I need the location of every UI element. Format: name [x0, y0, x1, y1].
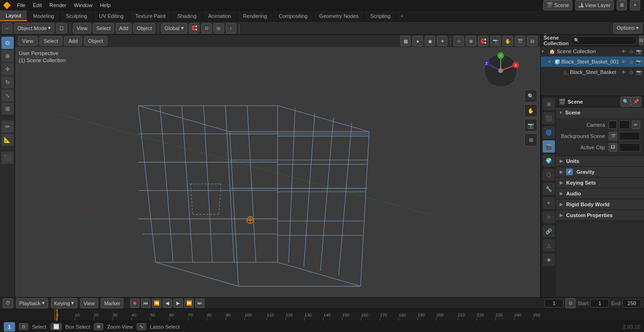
gizmo-btn[interactable]: ⊕ [466, 36, 476, 46]
camera-color-swatch[interactable] [609, 121, 617, 129]
zoom-in-btn[interactable]: 🔍 [524, 89, 537, 103]
outliner-scene-collection[interactable]: ▾ 🏠 Scene Collection 👁 ⊙ 📷 [541, 46, 644, 57]
props-tab-physics[interactable]: ⚛ [543, 211, 555, 223]
timeline-view-menu-btn[interactable]: View [80, 298, 98, 308]
measure-tool-btn[interactable]: 📐 [1, 134, 14, 146]
props-tab-modifier[interactable]: 🔧 [543, 183, 555, 195]
annotate-tool-btn[interactable]: ✏ [1, 121, 14, 133]
view-layer-selector[interactable]: 🏞 View Layer [575, 0, 614, 10]
box-select-key[interactable]: ⬜ [50, 323, 62, 330]
basket-select-icon[interactable]: ⊙ [628, 69, 635, 75]
move-tool-btn[interactable]: ✛ [1, 63, 14, 75]
units-section-header[interactable]: ▶ Units [556, 156, 644, 166]
rigid-body-section-header[interactable]: ▶ Rigid Body World [556, 199, 644, 210]
object-mode-selector[interactable]: Object Mode ▾ [14, 23, 54, 33]
hand-btn[interactable]: ✋ [503, 36, 513, 46]
audio-section-header[interactable]: ▶ Audio [556, 188, 644, 199]
props-tab-material[interactable]: ◆ [543, 253, 555, 266]
camera-view-btn[interactable]: 📷 [490, 36, 501, 46]
tab-geometry-nodes[interactable]: Geometry Nodes [314, 10, 364, 21]
start-frame-input[interactable]: 1 [590, 299, 609, 308]
menu-window[interactable]: Window [70, 0, 96, 10]
props-tab-output[interactable]: ⬛ [543, 112, 555, 124]
transform-tool-btn[interactable]: ⊞ [1, 103, 14, 115]
props-tab-view[interactable]: 🌀 [543, 126, 555, 138]
tab-add-btn[interactable]: + [396, 12, 407, 20]
timeline-ruler[interactable]: 0 10 20 30 40 50 60 70 80 90 1 [0, 309, 644, 321]
background-scene-icon-btn[interactable]: 🎬 [609, 132, 617, 140]
props-tab-world[interactable]: 🌍 [543, 154, 555, 167]
outliner-render-icon[interactable]: 📷 [636, 48, 642, 55]
zoom-key[interactable]: ⊕ [94, 323, 103, 330]
background-scene-value[interactable] [619, 132, 640, 140]
viewport-object-btn[interactable]: Object [84, 36, 107, 46]
props-tab-particles[interactable]: ✦ [543, 197, 555, 209]
basket-render-icon[interactable]: 📷 [636, 69, 642, 75]
tab-rendering[interactable]: Rendering [237, 10, 273, 21]
viewport-shading-btn[interactable]: ◻ [56, 23, 67, 33]
jump-to-keyframe-btn[interactable]: ⊙ [565, 298, 576, 308]
tab-modeling[interactable]: Modeling [27, 10, 60, 21]
select-tool-btn[interactable]: ⊙ [1, 37, 14, 49]
marker-menu-btn[interactable]: Marker [101, 298, 124, 308]
outliner-eye-icon[interactable]: 👁 [620, 48, 627, 55]
props-tab-scene[interactable]: 🎬 [543, 140, 555, 153]
custom-props-section-header[interactable]: ▶ Custom Properties [556, 210, 644, 220]
camera-value[interactable] [619, 121, 630, 129]
basket-001-eye-icon[interactable]: 👁 [620, 58, 627, 65]
scene-section-header[interactable]: ▾ Scene [556, 107, 644, 118]
shading-rendered-btn[interactable]: ☀ [437, 36, 447, 46]
snap-toggle-btn[interactable]: 🧲 [189, 23, 199, 33]
basket-001-select-icon[interactable]: ⊙ [628, 58, 635, 65]
tab-animation[interactable]: Animation [203, 10, 238, 21]
properties-search-btn[interactable]: 🔍 [620, 97, 631, 107]
rotate-tool-btn[interactable]: ↻ [1, 76, 14, 89]
camera-icon-btn[interactable]: 🎬 [515, 36, 525, 46]
select-menu-btn[interactable]: Select [93, 23, 114, 33]
prev-keyframe-btn[interactable]: ⏪ [152, 299, 161, 308]
gravity-section-header[interactable]: ▶ ✓ Gravity [556, 167, 644, 177]
viewport-add-btn[interactable]: Add [64, 36, 82, 46]
tab-compositing[interactable]: Compositing [273, 10, 314, 21]
keying-sets-section-header[interactable]: ▶ Keying Sets [556, 178, 644, 188]
props-tab-object[interactable]: ⬡ [543, 169, 555, 181]
tab-layout[interactable]: Layout [0, 10, 27, 21]
proportional-edit-btn[interactable]: ⊙ [201, 23, 212, 33]
viewport-view-btn[interactable]: View [18, 36, 38, 46]
props-tab-render[interactable]: 🖥 [543, 98, 555, 110]
menu-file[interactable]: File [13, 0, 29, 10]
tab-texture-paint[interactable]: Texture Paint [130, 10, 172, 21]
record-btn[interactable]: ⏺ [130, 299, 140, 308]
active-clip-icon-btn[interactable]: 🎞 [609, 143, 617, 152]
shading-solid-btn[interactable]: ● [413, 36, 423, 46]
scene-settings-btn[interactable]: ⊞ [617, 0, 627, 10]
play-btn[interactable]: ▶ [173, 299, 183, 308]
outliner-expand-icon[interactable]: ▾ [542, 49, 547, 54]
add-menu-btn[interactable]: Add [116, 23, 132, 33]
select-key[interactable]: ⊙ [19, 323, 28, 330]
object-menu-btn[interactable]: Object [133, 23, 155, 33]
outliner-item-basket-001[interactable]: ▾ 🧊 Black_Steel_Basket_001 👁 ⊙ 📷 [541, 57, 644, 67]
zoom-out-btn[interactable]: ✋ [524, 104, 537, 117]
outliner-item-basket[interactable]: ▾ △ Black_Steel_Basket 👁 ⊙ 📷 [541, 67, 644, 77]
playback-menu-btn[interactable]: Playback ▾ [16, 298, 48, 308]
active-clip-value[interactable] [619, 143, 640, 152]
add-cube-btn[interactable]: ⬛ [1, 152, 14, 164]
scale-tool-btn[interactable]: ⤡ [1, 89, 14, 102]
outliner-filter-btn[interactable]: ⊟ [639, 35, 644, 46]
view-menu-btn[interactable]: View [73, 23, 91, 33]
menu-render[interactable]: Render [46, 0, 70, 10]
transform-pivot-btn[interactable]: ◎ [214, 23, 224, 33]
end-frame-input[interactable]: 250 [622, 299, 641, 308]
overlay-btn[interactable]: ⊹ [454, 36, 464, 46]
outliner-basket-expand[interactable]: ▾ [548, 59, 553, 64]
jump-to-end-btn[interactable]: ⏭ [195, 299, 205, 308]
options-btn[interactable]: Options ▾ [613, 23, 642, 33]
timeline-type-selector[interactable]: ⏱ [3, 298, 13, 308]
shading-wireframe-btn[interactable]: ▦ [400, 36, 411, 46]
active-scene-selector[interactable]: 🎬 Scene [543, 0, 572, 10]
next-keyframe-btn[interactable]: ⏩ [184, 299, 194, 308]
navigation-gizmo[interactable]: X Y Z [482, 52, 520, 89]
transform-tool-btn[interactable]: ↔ [2, 23, 12, 33]
snap-btn[interactable]: 🧲 [478, 36, 488, 46]
